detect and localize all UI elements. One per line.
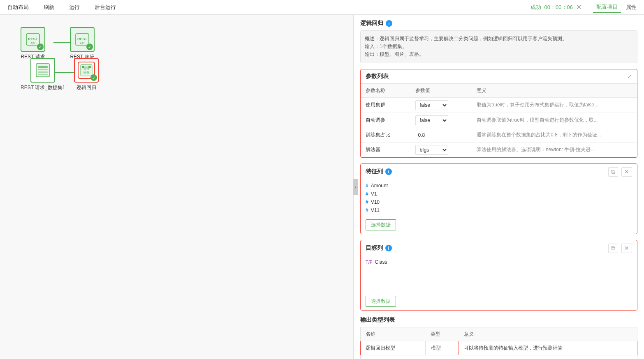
description-title: 逻辑回归 i bbox=[360, 20, 637, 27]
list-item: # V1 bbox=[366, 190, 632, 198]
feat-prefix-0: # bbox=[366, 183, 368, 189]
param-value-cell-0: falsetrue bbox=[410, 97, 472, 113]
svg-rect-11 bbox=[38, 71, 48, 73]
node-check-logistic: ✓ bbox=[90, 74, 97, 81]
params-title: 参数列表 bbox=[366, 73, 389, 80]
target-header: 目标列 i ⧉ ✕ bbox=[361, 240, 637, 256]
param-name-1: 自动调参 bbox=[361, 113, 410, 128]
feature-list: # Amount # V1 # V10 # V1 bbox=[361, 180, 637, 216]
svg-rect-12 bbox=[38, 74, 48, 75]
param-select-0[interactable]: falsetrue bbox=[415, 100, 448, 110]
run-status: 成功 00：00：06 ✕ bbox=[530, 3, 581, 11]
canvas-area[interactable]: REST API ✓ REST 请求 REST API ✓ RES bbox=[0, 15, 354, 359]
output-col-name: 名称 bbox=[361, 327, 426, 341]
svg-text:API: API bbox=[30, 42, 35, 45]
status-close-icon[interactable]: ✕ bbox=[576, 3, 581, 11]
param-value-cell-3: bfgsnewtonlbfgs bbox=[410, 142, 472, 157]
feat-name-1: V1 bbox=[371, 191, 377, 197]
output-desc-0: 可以将待预测的特征输入模型，进行预测计算 bbox=[459, 341, 637, 355]
param-name-0: 使用集群 bbox=[361, 97, 410, 113]
feature-info-icon[interactable]: i bbox=[385, 168, 392, 175]
node-box-logistic: 逻辑 回归 ✓ bbox=[74, 58, 99, 83]
params-section: 参数列表 ⤢ 参数名称 参数值 意义 bbox=[360, 69, 637, 158]
feature-title-text: 特征列 bbox=[366, 168, 383, 175]
output-col-meaning: 意义 bbox=[459, 327, 637, 341]
feature-copy-btn[interactable]: ⧉ bbox=[608, 167, 618, 177]
target-select-data-button[interactable]: 选择数据 bbox=[366, 296, 396, 307]
table-row: 自动调参 falsetrue 自动调参取值为true时，模型自动进行超参数优化，… bbox=[361, 113, 637, 128]
feature-select-data-button[interactable]: 选择数据 bbox=[366, 219, 396, 230]
node-check-rest-resp: ✓ bbox=[86, 44, 93, 50]
param-desc-0: 取值为true时，算子使用分布式集群运行，取值为false... bbox=[472, 97, 637, 113]
feat-name-3: V11 bbox=[371, 207, 380, 213]
excel-icon bbox=[35, 62, 51, 78]
collapse-panel-button[interactable]: ‹ bbox=[353, 179, 358, 195]
params-expand-icon[interactable]: ⤢ bbox=[627, 73, 632, 80]
svg-rect-10 bbox=[38, 69, 48, 70]
param-name-2: 训练集占比 bbox=[361, 128, 410, 142]
table-row: 训练集占比 通常训练集在整个数据集的占比为0.8，剩下的作为验证... bbox=[361, 128, 637, 142]
run-button[interactable]: 运行 bbox=[66, 2, 83, 13]
output-name-1: ROC曲线 bbox=[361, 355, 426, 359]
auto-layout-button[interactable]: 自动布局 bbox=[4, 2, 32, 13]
refresh-button[interactable]: 刷新 bbox=[40, 2, 58, 13]
feat-prefix-3: # bbox=[366, 207, 368, 213]
param-value-cell-2 bbox=[410, 128, 472, 142]
param-value-cell-1: falsetrue bbox=[410, 113, 472, 128]
description-box: 概述：逻辑回归属于监督学习，主要解决二分类问题，例如逻辑回归可以用于客户流失预测… bbox=[360, 30, 637, 63]
svg-text:逻辑: 逻辑 bbox=[83, 67, 89, 70]
feature-title: 特征列 i bbox=[366, 168, 392, 175]
output-name-0: 逻辑回归模型 bbox=[361, 341, 426, 355]
feature-delete-btn[interactable]: ✕ bbox=[621, 167, 632, 177]
node-label-logistic: 逻辑回归 bbox=[76, 84, 96, 91]
output-desc-1: 训练集和验证集上的ROC曲线 bbox=[459, 355, 637, 359]
feat-name-0: Amount bbox=[371, 183, 388, 189]
params-col-meaning: 意义 bbox=[472, 84, 637, 98]
params-table: 参数名称 参数值 意义 使用集群 bbox=[361, 84, 637, 157]
main-layout: REST API ✓ REST 请求 REST API ✓ RES bbox=[0, 15, 644, 359]
param-desc-3: 算法使用的解法器。选项说明：newton: 牛顿-拉夫逊... bbox=[472, 142, 637, 157]
svg-text:REST: REST bbox=[28, 37, 38, 41]
table-row: ROC曲线 图片 训练集和验证集上的ROC曲线 bbox=[361, 355, 637, 359]
output-type-0: 模型 bbox=[426, 341, 459, 355]
output-col-type: 类型 bbox=[426, 327, 459, 341]
param-name-3: 解法器 bbox=[361, 142, 410, 157]
param-select-1[interactable]: falsetrue bbox=[415, 115, 448, 125]
output-title-text: 输出类型列表 bbox=[360, 316, 395, 324]
target-copy-btn[interactable]: ⧉ bbox=[608, 244, 618, 253]
node-box-rest-dataset bbox=[30, 58, 55, 83]
param-input-2[interactable] bbox=[415, 131, 448, 140]
list-item: # V11 bbox=[366, 206, 632, 214]
target-delete-btn[interactable]: ✕ bbox=[621, 244, 632, 253]
target-list: T/F Class bbox=[361, 256, 637, 268]
target-title: 目标列 i bbox=[366, 244, 392, 252]
target-section: 目标列 i ⧉ ✕ T/F Class bbox=[360, 240, 637, 311]
table-row: 逻辑回归模型 模型 可以将待预测的特征输入模型，进行预测计算 bbox=[361, 341, 637, 355]
svg-text:REST: REST bbox=[77, 37, 88, 41]
feature-icons: ⧉ ✕ bbox=[608, 167, 632, 177]
config-tab-toolbar[interactable]: 配置项目 bbox=[593, 2, 621, 13]
svg-text:API: API bbox=[80, 42, 84, 45]
node-logistic[interactable]: 逻辑 回归 ✓ 逻辑回归 bbox=[74, 58, 99, 91]
target-info-icon[interactable]: i bbox=[385, 245, 392, 251]
param-desc-2: 通常训练集在整个数据集的占比为0.8，剩下的作为验证... bbox=[472, 128, 637, 142]
svg-rect-9 bbox=[38, 66, 48, 68]
panel-content: 逻辑回归 i 概述：逻辑回归属于监督学习，主要解决二分类问题，例如逻辑回归可以用… bbox=[354, 15, 644, 359]
node-rest-resp[interactable]: REST API ✓ REST 响应 bbox=[70, 27, 95, 60]
app-container: 自动布局 刷新 运行 后台运行 成功 00：00：06 ✕ 配置项目 属性 bbox=[0, 0, 644, 359]
feat-name-2: V10 bbox=[371, 199, 380, 205]
timer-text: 00：00：06 bbox=[544, 4, 573, 11]
param-select-3[interactable]: bfgsnewtonlbfgs bbox=[415, 145, 448, 155]
node-rest-req[interactable]: REST API ✓ REST 请求 bbox=[21, 27, 45, 60]
target-name-0: Class bbox=[375, 259, 387, 265]
target-icons: ⧉ ✕ bbox=[608, 244, 632, 253]
description-info-icon[interactable]: i bbox=[386, 20, 392, 27]
table-row: 解法器 bfgsnewtonlbfgs 算法使用的解法器。选项说明：newton… bbox=[361, 142, 637, 157]
svg-text:回归: 回归 bbox=[83, 71, 89, 74]
properties-tab-toolbar[interactable]: 属性 bbox=[623, 2, 640, 13]
bg-run-button[interactable]: 后台运行 bbox=[91, 2, 119, 13]
target-title-text: 目标列 bbox=[366, 244, 383, 252]
feature-header: 特征列 i ⧉ ✕ bbox=[361, 164, 637, 180]
output-title: 输出类型列表 bbox=[360, 316, 637, 324]
node-rest-dataset[interactable]: REST 请求_数据集1 bbox=[21, 58, 65, 91]
